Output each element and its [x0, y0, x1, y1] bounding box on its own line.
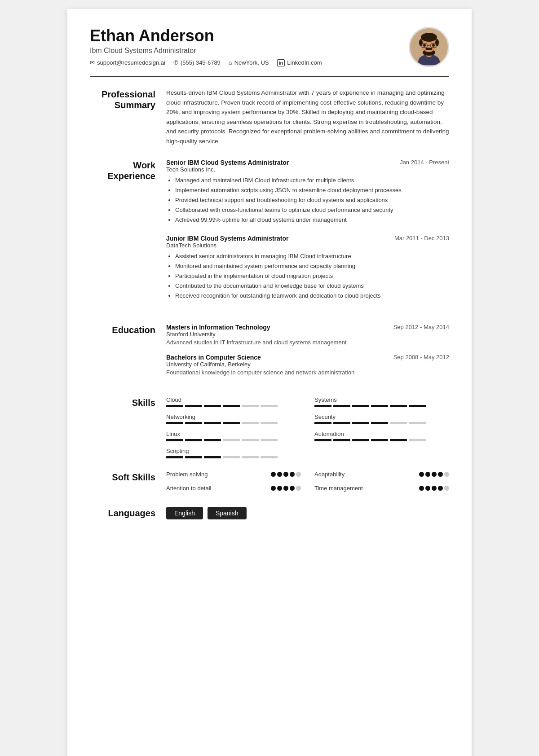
skill-segment — [333, 439, 350, 441]
edu-date-1: Sep 2008 - May 2012 — [393, 354, 449, 360]
soft-skill-item: Adaptability — [314, 471, 449, 478]
summary-text: Results-driven IBM Cloud Systems Adminis… — [166, 88, 449, 146]
education-label-text: Education — [112, 325, 155, 335]
contact-email: ✉ support@resumedesign.ai — [90, 59, 165, 66]
summary-label-text: ProfessionalSummary — [102, 89, 155, 110]
skill-segment — [371, 439, 388, 441]
skill-segment — [204, 439, 221, 441]
email-icon: ✉ — [90, 59, 95, 66]
linkedin-text: LinkedIn.com — [287, 59, 322, 66]
skill-segment — [261, 456, 278, 458]
skill-bar — [166, 405, 301, 407]
phone-icon: ✆ — [173, 59, 178, 66]
skill-segment — [390, 422, 407, 424]
list-item: Received recognition for outstanding tea… — [175, 291, 449, 301]
soft-skill-name: Time management — [314, 485, 363, 492]
education-section: Education Masters in Information Technol… — [90, 324, 449, 384]
skill-segment — [390, 405, 407, 407]
education-content: Masters in Information Technology Sep 20… — [166, 324, 449, 384]
contact-linkedin[interactable]: in LinkedIn.com — [277, 59, 322, 66]
skill-segment — [261, 439, 278, 441]
skill-segment — [223, 456, 240, 458]
summary-section: ProfessionalSummary Results-driven IBM C… — [90, 88, 449, 146]
rating-dot — [283, 472, 288, 477]
education-label: Education — [90, 324, 166, 384]
skill-item: Automation — [314, 431, 449, 441]
edu-degree-0: Masters in Information Technology — [166, 324, 270, 331]
skill-item: Cloud — [166, 396, 301, 407]
dot-rating — [419, 486, 449, 491]
svg-point-4 — [421, 33, 437, 42]
job-header-1: Junior IBM Cloud Systems Administrator M… — [166, 235, 449, 242]
soft-skills-grid: Problem solvingAdaptabilityAttention to … — [166, 471, 449, 494]
skill-name: Networking — [166, 413, 301, 420]
skill-name: Security — [314, 413, 449, 420]
skill-segment — [204, 405, 221, 407]
avatar — [409, 27, 449, 67]
skill-segment — [242, 439, 259, 441]
job-title-0: Senior IBM Cloud Systems Administrator — [166, 159, 289, 166]
skill-item: Systems — [314, 396, 449, 407]
list-item: Provided technical support and troublesh… — [175, 195, 449, 205]
edu-school-1: University of California, Berkeley — [166, 361, 449, 368]
list-item: Collaborated with cross-functional teams… — [175, 205, 449, 215]
job-company-1: DataTech Solutions — [166, 242, 449, 249]
header-left: Ethan Anderson Ibm Cloud Systems Adminis… — [90, 27, 322, 66]
rating-dot — [277, 486, 282, 491]
location-text: NewYork, US — [234, 59, 269, 66]
skill-segment — [409, 422, 426, 424]
svg-point-11 — [432, 44, 435, 47]
soft-skills-label: Soft Skills — [90, 471, 166, 494]
soft-skills-section: Soft Skills Problem solvingAdaptabilityA… — [90, 471, 449, 494]
rating-dot — [271, 472, 276, 477]
rating-dot — [271, 486, 276, 491]
skill-segment — [166, 405, 183, 407]
edu-degree-1: Bachelors in Computer Science — [166, 354, 261, 361]
skill-segment — [204, 422, 221, 424]
edu-date-0: Sep 2012 - May 2014 — [393, 324, 449, 330]
skill-bar — [314, 439, 449, 441]
skills-grid: CloudSystemsNetworkingSecurityLinuxAutom… — [166, 396, 449, 458]
list-item: Monitored and maintained system performa… — [175, 261, 449, 271]
edu-header-0: Masters in Information Technology Sep 20… — [166, 324, 449, 331]
list-item: Achieved 99.99% uptime for all cloud sys… — [175, 215, 449, 225]
skill-segment — [223, 422, 240, 424]
languages-label: Languages — [90, 507, 166, 519]
location-icon: ⌂ — [229, 59, 232, 66]
skill-segment — [223, 405, 240, 407]
rating-dot — [277, 472, 282, 477]
rating-dot — [438, 472, 443, 477]
rating-dot — [444, 486, 449, 491]
svg-point-5 — [419, 39, 423, 46]
language-chips: EnglishSpanish — [166, 507, 449, 519]
experience-section: WorkExperience Senior IBM Cloud Systems … — [90, 159, 449, 311]
rating-dot — [283, 486, 288, 491]
contact-phone: ✆ (555) 345-6789 — [173, 59, 221, 66]
job-title-1: Junior IBM Cloud Systems Administrator — [166, 235, 289, 242]
language-chip: Spanish — [208, 507, 247, 519]
skill-segment — [185, 405, 202, 407]
rating-dot — [296, 472, 301, 477]
skill-segment — [409, 439, 426, 441]
svg-point-10 — [423, 44, 426, 47]
job-header-0: Senior IBM Cloud Systems Administrator J… — [166, 159, 449, 166]
summary-label: ProfessionalSummary — [90, 88, 166, 146]
rating-dot — [419, 486, 424, 491]
job-bullets-1: Assisted senior administrators in managi… — [166, 251, 449, 301]
rating-dot — [432, 472, 437, 477]
skills-section: Skills CloudSystemsNetworkingSecurityLin… — [90, 396, 449, 458]
experience-label-text: WorkExperience — [107, 160, 155, 181]
skill-segment — [185, 422, 202, 424]
languages-section: Languages EnglishSpanish — [90, 507, 449, 519]
list-item: Managed and maintained IBM Cloud infrast… — [175, 176, 449, 185]
skill-segment — [390, 439, 407, 441]
job-date-0: Jan 2014 - Present — [400, 159, 449, 166]
skill-segment — [185, 439, 202, 441]
rating-dot — [438, 486, 443, 491]
skill-bar — [166, 439, 301, 441]
skill-segment — [352, 439, 369, 441]
skill-segment — [242, 456, 259, 458]
linkedin-icon: in — [277, 59, 285, 66]
candidate-name: Ethan Anderson — [90, 27, 322, 45]
skill-segment — [204, 456, 221, 458]
